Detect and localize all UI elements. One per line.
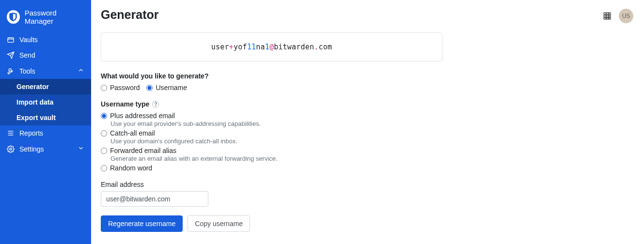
- tools-icon: [7, 67, 15, 75]
- svg-rect-11: [604, 18, 606, 19]
- radio-label: Username: [156, 84, 187, 92]
- sidebar-item-label: Send: [19, 51, 35, 59]
- option-plus-addressed-input[interactable]: [101, 113, 107, 119]
- sidebar: Password Manager Vaults Send Tools: [0, 0, 91, 244]
- sidebar-sub-generator[interactable]: Generator: [0, 79, 91, 94]
- option-label: Random word: [110, 164, 152, 172]
- brand: Password Manager: [0, 0, 91, 32]
- svg-point-4: [10, 148, 12, 150]
- topbar: US: [602, 9, 633, 23]
- help-icon[interactable]: ?: [152, 101, 159, 107]
- gen-seg: com: [318, 43, 332, 51]
- option-catch-all-input[interactable]: [101, 130, 107, 137]
- option-desc: Generate an email alias with an external…: [110, 155, 634, 162]
- generate-type-prompt: What would you like to generate?: [101, 72, 634, 80]
- sidebar-item-label: Tools: [19, 67, 35, 75]
- gen-seg-at: @: [269, 43, 274, 51]
- gen-seg: yof: [234, 43, 247, 51]
- send-icon: [7, 51, 15, 59]
- avatar[interactable]: US: [619, 9, 633, 23]
- option-random-word-input[interactable]: [101, 165, 107, 171]
- vault-icon: [7, 36, 15, 44]
- sidebar-sub-import[interactable]: Import data: [0, 94, 91, 110]
- svg-rect-6: [607, 13, 609, 15]
- option-desc: Use your email provider's sub-addressing…: [110, 120, 634, 127]
- email-field-label: Email address: [101, 181, 634, 188]
- username-type-label: Username type ?: [101, 100, 634, 108]
- button-row: Regenerate username Copy username: [101, 215, 634, 232]
- sidebar-item-tools[interactable]: Tools: [0, 63, 91, 79]
- gear-icon: [7, 145, 15, 153]
- reports-icon: [7, 129, 15, 137]
- radio-label: Password: [110, 84, 140, 92]
- brand-name: Password Manager: [25, 9, 84, 25]
- option-forwarded-alias[interactable]: Forwarded email alias: [101, 147, 634, 154]
- chevron-down-icon: [78, 145, 84, 153]
- svg-rect-12: [607, 18, 609, 19]
- radio-password-input[interactable]: [101, 85, 107, 91]
- svg-rect-8: [604, 15, 606, 17]
- sidebar-item-settings[interactable]: Settings: [0, 141, 91, 157]
- gen-seg-num: 11: [247, 43, 256, 51]
- sidebar-item-reports[interactable]: Reports: [0, 125, 91, 141]
- gen-seg: user: [211, 43, 229, 51]
- gen-seg-num: 1: [265, 43, 269, 51]
- generate-type-options: Password Username: [101, 84, 634, 92]
- page-title: Generator: [101, 8, 634, 22]
- radio-username[interactable]: Username: [146, 84, 187, 92]
- svg-rect-13: [609, 18, 611, 19]
- svg-rect-9: [607, 15, 609, 17]
- copy-button[interactable]: Copy username: [188, 215, 250, 232]
- nav: Vaults Send Tools: [0, 32, 91, 79]
- app-grid-icon[interactable]: [602, 11, 612, 21]
- sidebar-item-label: Reports: [19, 129, 43, 137]
- main: US Generator user+yof11na1@bitwarden.com…: [91, 0, 644, 244]
- generated-output: user+yof11na1@bitwarden.com: [101, 32, 442, 61]
- nav-tools-sub: Generator Import data Export vault: [0, 79, 91, 125]
- option-forwarded-alias-input[interactable]: [101, 148, 107, 154]
- gen-seg: bitwarden: [274, 43, 314, 51]
- radio-username-input[interactable]: [146, 85, 153, 91]
- sidebar-item-label: Vaults: [19, 36, 38, 44]
- gen-seg: na: [256, 43, 265, 51]
- gen-seg-plus: +: [229, 43, 234, 51]
- option-desc: Use your domain's configured catch-all i…: [110, 137, 634, 145]
- radio-password[interactable]: Password: [101, 84, 140, 92]
- sidebar-item-label: Settings: [19, 145, 44, 153]
- svg-rect-10: [609, 15, 611, 17]
- svg-rect-7: [609, 13, 611, 15]
- option-label: Forwarded email alias: [110, 147, 176, 154]
- email-field[interactable]: [101, 191, 208, 207]
- svg-rect-5: [604, 13, 606, 15]
- regenerate-button[interactable]: Regenerate username: [101, 215, 183, 232]
- option-random-word[interactable]: Random word: [101, 164, 634, 172]
- brand-logo-icon: [7, 10, 20, 24]
- option-label: Catch-all email: [110, 129, 155, 137]
- option-catch-all[interactable]: Catch-all email: [101, 129, 634, 137]
- sidebar-item-vaults[interactable]: Vaults: [0, 32, 91, 47]
- svg-rect-0: [8, 38, 14, 42]
- option-label: Plus addressed email: [110, 112, 175, 120]
- sidebar-sub-export[interactable]: Export vault: [0, 110, 91, 125]
- chevron-up-icon: [78, 67, 84, 75]
- username-type-list: Plus addressed email Use your email prov…: [101, 112, 634, 172]
- option-plus-addressed[interactable]: Plus addressed email: [101, 112, 634, 120]
- nav2: Reports Settings: [0, 125, 91, 157]
- sidebar-item-send[interactable]: Send: [0, 47, 91, 63]
